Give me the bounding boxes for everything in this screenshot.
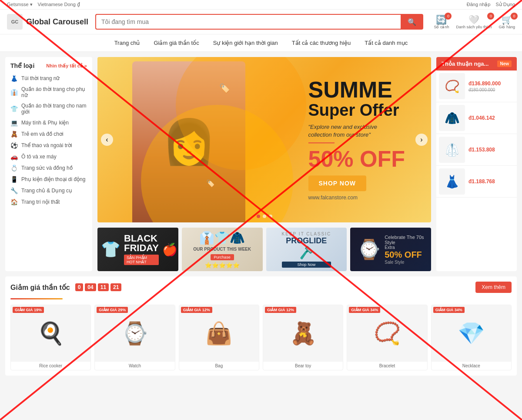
view-more-button[interactable]: Xem thêm (475, 282, 512, 293)
heart-icon: 🤍 (468, 14, 479, 25)
deal-info-2: đ1.046.142 (468, 105, 495, 131)
search-input[interactable] (95, 14, 401, 30)
countdown-ms: 21 (110, 283, 121, 291)
countdown-seconds: 11 (98, 283, 109, 291)
refresh-cart-icon[interactable]: 🔄 Sổ cảnh 0 (434, 14, 449, 29)
nav-flash-sale[interactable]: Giảm giá thần tốc (154, 38, 199, 48)
promo-black-friday[interactable]: 👕 BLACK FRIDAY SẢN PHẨM HOT NHẤT 🍎 (97, 228, 178, 271)
products-grid: GIẢM GIÁ 19% 🍳 Rice cooker GIẢM GIÁ 29% … (10, 305, 512, 370)
nav-limited[interactable]: Sự kiện giới hạn thời gian (213, 38, 278, 48)
shop-now-button[interactable]: SHOP NOW (308, 176, 367, 192)
hero-summer: SUMME (308, 78, 405, 101)
sidebar-item-bag[interactable]: 👗Túi thời trang nữ (10, 73, 87, 84)
deal-price-2: đ1.046.142 (468, 115, 495, 121)
sidebar-item-men[interactable]: 👕Quần áo thời trang cho nam giới (10, 101, 87, 117)
product-card-5[interactable]: GIẢM GIÁ 34% 📿 Bracelet (347, 305, 427, 370)
product-img-4: 🧸 (263, 305, 343, 362)
product-img-2: ⌚ (95, 305, 174, 362)
center-column: 👩 SUMME Super Offer "Explore new and exc… (97, 57, 431, 271)
hero-super-offer: Super Offer (308, 101, 405, 120)
nav-home[interactable]: Trang chủ (114, 38, 140, 48)
header: GC Global Carousell 🔍 🔄 Sổ cảnh 0 🤍 Danh… (0, 10, 522, 34)
wishlist-icon-item[interactable]: 🤍 Danh sách yêu thích 0 (456, 14, 492, 29)
deal-image-3: 🥼 (439, 137, 465, 163)
product-card-2[interactable]: GIẢM GIÁ 29% ⌚ Watch (94, 305, 175, 370)
black-friday-badge: SẢN PHẨM HOT NHẤT (124, 255, 159, 265)
deal-item-2[interactable]: 🧥 đ1.046.142 (436, 102, 517, 134)
countdown-hours: 0 (75, 283, 84, 291)
product-label-5: Bracelet (347, 362, 427, 370)
cart-label: Sổ cảnh (434, 25, 449, 29)
deal-image-1: 📿 (439, 73, 465, 99)
nav-categories[interactable]: Tất cả danh mục (365, 38, 408, 48)
hero-banner[interactable]: 👩 SUMME Super Offer "Explore new and exc… (97, 57, 431, 222)
watches-sub: Sale Style (385, 260, 424, 265)
currency-selector[interactable]: Vietnamese Dong ₫ (38, 2, 80, 7)
product-img-6: 💎 (432, 305, 511, 362)
cart-badge: 0 (445, 13, 452, 20)
main-nav: Trang chủ Giảm giá thần tốc Sự kiện giới… (0, 34, 522, 52)
discount-badge-1: GIẢM GIÁ 19% (13, 307, 44, 313)
watches-off: 50% OFF (385, 250, 424, 260)
login-link[interactable]: Đăng nhập (467, 2, 491, 7)
top-bar: Getsmsse ▾ Vietnamese Dong ₫ Đăng nhập S… (0, 0, 522, 10)
sidebar-item-tools[interactable]: 🔧Trang chủ & Dụng cụ (10, 185, 87, 196)
product-label-3: Bag (179, 362, 259, 370)
deal-old-price-1: đ180.000.000 (468, 87, 501, 92)
search-button[interactable]: 🔍 (401, 14, 423, 30)
use-link[interactable]: Sử Dụng (495, 2, 515, 7)
product-label-2: Watch (95, 362, 174, 370)
deal-price-4: đ1.188.768 (468, 178, 495, 185)
deal-image-2: 🧥 (439, 105, 465, 131)
cart-label2: Giỏ hàng (499, 25, 515, 29)
header-icons: 🔄 Sổ cảnh 0 🤍 Danh sách yêu thích 0 🛒 Gi… (434, 14, 515, 29)
sidebar-item-mobile[interactable]: 📱Phụ kiện điện thoại di động (10, 174, 87, 185)
top-bar-left: Getsmsse ▾ Vietnamese Dong ₫ (7, 2, 80, 7)
see-all-link[interactable]: Nhìn thấy tất cả » (46, 63, 87, 69)
proglide-btn[interactable]: Shop Now (282, 262, 331, 268)
deal-price-1: đ136.890.000 (468, 81, 501, 87)
product-img-1: 🍳 (11, 305, 90, 362)
promo-colorful-btn[interactable]: Purchase (211, 254, 234, 260)
sidebar-item-tech[interactable]: 💻Máy tính & Phụ kiện (10, 117, 87, 128)
promo-colorful[interactable]: 👔👕🧥 OUR PRODUCT THIS WEEK Purchase ⭐⭐⭐⭐⭐ (182, 228, 263, 271)
watches-extra: Extra (385, 245, 424, 250)
product-card-1[interactable]: GIẢM GIÁ 19% 🍳 Rice cooker (10, 305, 91, 370)
sidebar-item-kids[interactable]: 🧸Trẻ em và đồ chơi (10, 128, 87, 140)
deal-item-4[interactable]: 👗 đ1.188.768 (436, 166, 517, 198)
search-bar: 🔍 (95, 14, 423, 30)
discount-badge-6: GIẢM GIÁ 34% (433, 307, 465, 313)
product-card-6[interactable]: GIẢM GIÁ 34% 💎 Necklace (431, 305, 512, 370)
sidebar-item-jewelry[interactable]: 💍Trang sức và đồng hồ (10, 162, 87, 174)
promo-colorful-label: OUR PRODUCT THIS WEEK (193, 247, 251, 252)
promo-banners: 👕 BLACK FRIDAY SẢN PHẨM HOT NHẤT 🍎 👔👕🧥 O… (97, 228, 431, 271)
deals-sidebar: Thỏa thuận nga... New 📿 đ136.890.000 đ18… (436, 57, 517, 271)
discount-badge-5: GIẢM GIÁ 34% (349, 307, 380, 313)
sidebar-item-decor[interactable]: 🏠Trang trí nội thất (10, 196, 87, 208)
cart-icon-item[interactable]: 🛒 Giỏ hàng 0 (499, 14, 515, 29)
promo-proglide[interactable]: KEEP IT CLASSIC PROGLIDE 🪒 Shop Now (266, 228, 347, 271)
promo-watches[interactable]: ⌚ Celebrate The 70s Style Extra 50% OFF … (350, 228, 431, 271)
product-card-4[interactable]: GIẢM GIÁ 12% 🧸 Bear toy (263, 305, 343, 370)
hero-next-button[interactable]: › (415, 134, 428, 146)
proglide-tagline: KEEP IT CLASSIC (282, 232, 331, 236)
hero-dot-2[interactable] (263, 215, 266, 218)
hero-dot-3[interactable] (269, 215, 272, 218)
product-label-4: Bear toy (263, 362, 343, 370)
discount-badge-2: GIẢM GIÁ 29% (97, 307, 128, 313)
nav-brands[interactable]: Tất cả các thương hiệu (292, 38, 351, 48)
sidebar-item-women[interactable]: 👔Quần áo thời trang cho phụ nữ (10, 84, 87, 101)
product-img-3: 👜 (179, 305, 259, 362)
black-friday-title2: FRIDAY (124, 243, 159, 253)
deal-item-1[interactable]: 📿 đ136.890.000 đ180.000.000 (436, 71, 517, 102)
language-selector[interactable]: Getsmsse ▾ (7, 2, 33, 7)
hero-dot-1[interactable] (257, 215, 260, 218)
logo[interactable]: GC Global Carousell (7, 14, 88, 30)
deal-item-3[interactable]: 🥼 đ1.153.808 (436, 134, 517, 166)
black-friday-title: BLACK (124, 234, 159, 243)
sidebar-item-auto[interactable]: 🚗Ô tô và xe máy (10, 151, 87, 162)
hero-prev-button[interactable]: ‹ (101, 134, 113, 146)
cart-badge2: 0 (511, 13, 518, 20)
sidebar-item-sports[interactable]: ⚽Thể thao và ngoài trời (10, 140, 87, 151)
product-card-3[interactable]: GIẢM GIÁ 12% 👜 Bag (179, 305, 259, 370)
